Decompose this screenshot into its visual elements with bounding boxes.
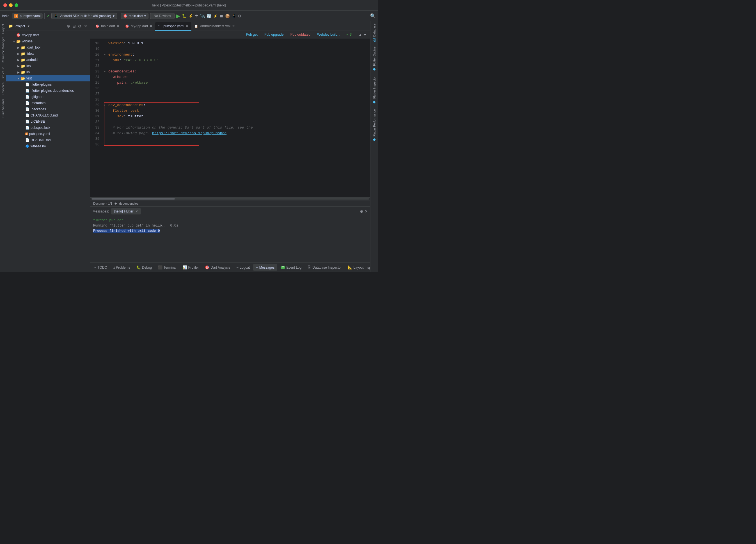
tree-item-android[interactable]: ▶ 📁 android xyxy=(6,57,90,63)
tree-item-label: .flutter-plugins xyxy=(31,83,52,86)
code-line-33: # For information on the generic Dart pa… xyxy=(104,125,370,131)
tree-item-pubspec-yaml[interactable]: Y pubspec.yaml xyxy=(6,131,90,137)
code-line-18: version: 1.0.0+1 xyxy=(104,41,370,46)
debug-button[interactable]: 🐛 xyxy=(182,14,187,18)
tree-item-lib[interactable]: ▶ 📁 lib xyxy=(6,69,90,75)
sidebar-item-build-variants[interactable]: Build Variants xyxy=(1,97,5,119)
sidebar-tab-database[interactable]: 🗄 Database xyxy=(371,21,378,44)
panel-resize-handle[interactable] xyxy=(6,270,90,272)
sdk-manager-button[interactable]: 📦 xyxy=(225,14,230,18)
tree-expand-arrow: ▶ xyxy=(16,58,21,61)
code-editor[interactable]: 18 19 20 21 22 23 24 25 26 27 28 29 30 3… xyxy=(90,38,370,197)
expand-icon[interactable]: ▲ xyxy=(358,33,362,37)
run-button[interactable]: ▶ xyxy=(176,13,180,19)
sidebar-item-structure[interactable]: Structure xyxy=(1,65,5,81)
sidebar-tab-flutter-inspector[interactable]: ◆ Flutter Inspector xyxy=(371,74,378,107)
flutter-tab-close[interactable]: ✕ xyxy=(136,210,138,213)
tab-androidmanifest[interactable]: 📋 AndroidManifest.xml ✕ xyxy=(191,22,238,31)
tree-item-wtbase[interactable]: ▼ 📂 wtbase xyxy=(6,38,90,44)
panel-close-icon[interactable]: ✕ xyxy=(365,209,368,214)
minimize-button[interactable] xyxy=(9,3,13,7)
tab-profiler[interactable]: 📊 Profiler xyxy=(180,264,201,271)
tree-item-gitignore[interactable]: 📄 .gitignore xyxy=(6,94,90,100)
tab-messages[interactable]: ≡ Messages xyxy=(253,264,277,271)
profile-button[interactable]: ⚡ xyxy=(188,14,193,18)
pubspec-toolbar-tab[interactable]: Y pubspec.yaml xyxy=(12,13,43,19)
tab-main-dart[interactable]: 🎯 main.dart ✕ xyxy=(93,22,122,31)
tab-dart-analysis[interactable]: 🎯 Dart Analysis xyxy=(202,264,233,271)
device-selector[interactable]: 📱 Android SDK built for x86 (mobile) ▾ xyxy=(51,13,117,19)
hot-restart-button[interactable]: ⚡ xyxy=(213,14,218,18)
sidebar-item-project[interactable]: Project xyxy=(1,22,5,35)
tab-layout-inspector[interactable]: 📐 Layout Inspector xyxy=(345,264,370,271)
pub-get-button[interactable]: Pub get xyxy=(245,32,259,37)
tab-logcat[interactable]: ≡ Logcat xyxy=(234,264,253,271)
tree-item-idea[interactable]: ▶ 📁 .idea xyxy=(6,51,90,57)
sidebar-item-resource-manager[interactable]: Resource Manager xyxy=(1,35,5,65)
tab-todo[interactable]: ≡ TODO xyxy=(91,264,110,271)
run-coverage-button[interactable]: ☂ xyxy=(195,14,198,18)
sidebar-tab-flutter-performance[interactable]: ◆ Flutter Performance xyxy=(371,107,378,145)
tree-item-readme[interactable]: 📄 README.md xyxy=(6,137,90,143)
reload-button[interactable]: 🔄 xyxy=(207,14,211,18)
flutter-tab[interactable]: [hello] Flutter ✕ xyxy=(111,208,141,214)
tab-database-inspector[interactable]: 🗄 Database Inspector xyxy=(305,264,344,271)
tree-item-flutter-plugins-deps[interactable]: 📄 .flutter-plugins-dependencies xyxy=(6,88,90,94)
tree-item-metadata[interactable]: 📄 .metadata xyxy=(6,100,90,106)
check-count: ✓ 3 xyxy=(346,33,352,36)
tree-item-changelog[interactable]: 📄 CHANGELOG.md xyxy=(6,112,90,118)
code-link[interactable]: https://dart.dev/tools/pub/pubspec xyxy=(152,131,226,136)
tab-close[interactable]: ✕ xyxy=(186,24,189,28)
tree-item-label: .packages xyxy=(31,107,46,111)
webdev-build-button[interactable]: Webdev build... xyxy=(316,32,342,37)
tab-terminal[interactable]: ⬛ Terminal xyxy=(155,264,179,271)
collapse-all-icon[interactable]: ⊟ xyxy=(72,23,76,29)
tree-item-packages[interactable]: 📄 .packages xyxy=(6,106,90,112)
tree-item-pubspec-lock[interactable]: 📄 pubspec.lock xyxy=(6,125,90,131)
scrollbar-track[interactable] xyxy=(91,198,369,200)
tree-item-dart-tool[interactable]: ▶ 📁 .dart_tool xyxy=(6,44,90,51)
tree-item-flutter-plugins[interactable]: 📄 .flutter-plugins xyxy=(6,81,90,88)
tab-close[interactable]: ✕ xyxy=(150,24,152,28)
tab-myapp-dart[interactable]: 🎯 MyApp.dart ✕ xyxy=(122,22,155,31)
tab-debug[interactable]: 🐛 Debug xyxy=(134,264,155,271)
tab-close[interactable]: ✕ xyxy=(232,24,235,28)
tab-problems[interactable]: ℹ Problems xyxy=(111,264,133,271)
collapse-icon[interactable]: ▼ xyxy=(363,33,367,37)
tree-item-license[interactable]: 📄 LICENSE xyxy=(6,118,90,125)
editor-horizontal-scrollbar[interactable] xyxy=(90,197,370,200)
no-devices-button[interactable]: No Devices xyxy=(150,13,175,19)
pub-upgrade-button[interactable]: Pub upgrade xyxy=(263,32,285,37)
panel-settings-icon[interactable]: ⚙ xyxy=(360,209,363,214)
tree-item-label: LICENSE xyxy=(31,120,45,124)
stop-button[interactable]: ⏹ xyxy=(219,14,223,18)
pub-outdated-button[interactable]: Pub outdated xyxy=(289,32,311,37)
tree-item-test[interactable]: ▼ 📂 test xyxy=(6,75,90,81)
terminal-icon: ⬛ xyxy=(158,265,162,269)
close-button[interactable] xyxy=(3,3,7,7)
sdk-config-button[interactable]: ⚙ xyxy=(238,14,242,18)
avd-manager-button[interactable]: 📱 xyxy=(232,14,236,18)
show-options-icon[interactable]: ⚙ xyxy=(77,23,82,29)
tab-label: Layout Inspector xyxy=(354,266,370,269)
tab-close[interactable]: ✕ xyxy=(117,24,120,28)
main-dart-selector[interactable]: 🎯 main.dart ▾ xyxy=(121,13,148,19)
tree-item-wtbase-iml[interactable]: 🔷 wtbase.iml xyxy=(6,143,90,149)
code-key: sdk xyxy=(108,114,124,119)
project-dropdown-icon[interactable]: ▾ xyxy=(28,24,29,28)
main-dart-label: main.dart xyxy=(129,14,143,18)
close-panel-icon[interactable]: ✕ xyxy=(83,23,88,29)
fold-arrow: ▶ xyxy=(104,69,108,74)
sidebar-item-favorites[interactable]: Favorites xyxy=(1,81,5,97)
search-button[interactable]: 🔍 xyxy=(370,13,376,19)
scrollbar-thumb[interactable] xyxy=(91,198,175,200)
tab-event-log[interactable]: 2 Event Log xyxy=(278,264,304,271)
sidebar-tab-flutter-outline[interactable]: ◆ Flutter Outline xyxy=(371,44,378,74)
code-content[interactable]: version: 1.0.0+1 ▶ environment: sdk: ">=… xyxy=(102,38,370,197)
attach-debugger-button[interactable]: 📎 xyxy=(200,14,205,18)
maximize-button[interactable] xyxy=(15,3,18,7)
tree-item-ios[interactable]: ▶ 📁 ios xyxy=(6,63,90,69)
add-module-icon[interactable]: ⊕ xyxy=(66,23,71,29)
tab-pubspec-yaml[interactable]: Y pubspec.yaml ✕ xyxy=(155,22,191,31)
tree-item-myapp-dart[interactable]: 🎯 MyApp.dart xyxy=(6,32,90,38)
